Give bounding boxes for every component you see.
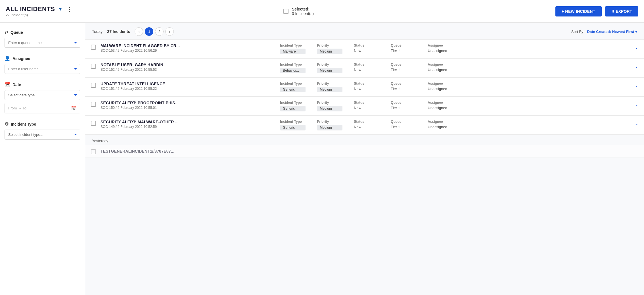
export-button[interactable]: ⬇ EXPORT bbox=[605, 6, 638, 16]
row-checkbox-4[interactable] bbox=[91, 121, 96, 126]
table-row[interactable]: MALWARE INCIDENT FLAGGED BY CR... SOC-15… bbox=[85, 40, 644, 59]
incident-type-select[interactable]: Select incident type... bbox=[5, 130, 80, 140]
row-checkbox-0[interactable] bbox=[91, 45, 96, 50]
incident-type-filter-section: ⚙ Incident Type Select incident type... bbox=[5, 121, 80, 140]
meta-assignee-3: Assignee Unassigned bbox=[428, 101, 453, 110]
page-2-button[interactable]: 2 bbox=[155, 27, 164, 36]
expand-icon-1[interactable]: ⌄ bbox=[635, 64, 638, 69]
meta-queue-2: Queue Tier 1 bbox=[391, 82, 416, 91]
meta-type-2: Incident Type Generic bbox=[280, 82, 306, 92]
partial-incident-row[interactable]: TESTGENERALINCIDENT1//3787E87... bbox=[85, 145, 644, 157]
yesterday-label: Yesterday bbox=[85, 135, 644, 145]
meta-type-0: Incident Type Malware bbox=[280, 43, 306, 54]
incident-sub-1: SOC-152 / 2 February 2022 10:55:53 bbox=[101, 68, 275, 72]
date-filter-section: 📅 Date Select date type... From → To 📅 bbox=[5, 82, 80, 113]
sort-chevron-icon: ▾ bbox=[635, 30, 637, 34]
partial-incident-title: TESTGENERALINCIDENT1//3787E87... bbox=[101, 149, 174, 153]
more-options-icon[interactable]: ⋮ bbox=[67, 6, 72, 13]
assignee-filter-label: 👤 Assignee bbox=[5, 56, 80, 61]
meta-priority-0: Priority Medium bbox=[317, 43, 342, 54]
queue-filter-section: ⇄ Queue Enter a queue name bbox=[5, 30, 80, 48]
incident-sub-4: SOC-149 / 2 February 2022 10:52:59 bbox=[101, 125, 275, 129]
incident-sub-2: SOC-151 / 2 February 2022 10:55:22 bbox=[101, 87, 275, 91]
meta-assignee-2: Assignee Unassigned bbox=[428, 82, 453, 91]
date-icon: 📅 bbox=[5, 82, 10, 87]
meta-queue-3: Queue Tier 1 bbox=[391, 101, 416, 110]
today-label: Today bbox=[92, 29, 103, 34]
table-row[interactable]: NOTABLE USER: GARY HARDIN SOC-152 / 2 Fe… bbox=[85, 59, 644, 78]
calendar-icon: 📅 bbox=[71, 105, 77, 111]
incident-panel: Today 27 Incidents ‹ 1 2 › Sort By : Dat… bbox=[85, 23, 644, 295]
queue-select[interactable]: Enter a queue name bbox=[5, 38, 80, 48]
selected-info: Selected: 0 Incident(s) bbox=[292, 7, 314, 16]
assignee-input[interactable] bbox=[5, 64, 80, 74]
queue-filter-label: ⇄ Queue bbox=[5, 30, 80, 35]
meta-assignee-4: Assignee Unassigned bbox=[428, 120, 453, 129]
meta-status-2: Status New bbox=[354, 82, 379, 91]
incident-main-2: UPDATE THREAT INTELLIGENCE SOC-151 / 2 F… bbox=[101, 82, 275, 91]
meta-queue-1: Queue Tier 1 bbox=[391, 63, 416, 72]
sort-label: Sort By : bbox=[571, 30, 586, 34]
date-filter-label: 📅 Date bbox=[5, 82, 80, 87]
incident-meta-2: Incident Type Generic Priority Medium St… bbox=[280, 82, 630, 92]
incident-sub-3: SOC-150 / 2 February 2022 10:55:01 bbox=[101, 106, 275, 110]
incident-type-label-text: Incident Type bbox=[11, 122, 36, 126]
assignee-icon: 👤 bbox=[5, 56, 10, 61]
header-left: ALL INCIDENTS ▾ ⋮ 27 incident(s) bbox=[6, 5, 278, 17]
row-checkbox-2[interactable] bbox=[91, 83, 96, 88]
table-row[interactable]: SECURITY ALERT: MALWARE-OTHER ... SOC-14… bbox=[85, 116, 644, 135]
meta-status-3: Status New bbox=[354, 101, 379, 110]
meta-type-1: Incident Type Behavior... bbox=[280, 63, 306, 73]
selected-label: Selected: bbox=[292, 7, 314, 11]
queue-icon: ⇄ bbox=[5, 30, 8, 35]
incident-main-1: NOTABLE USER: GARY HARDIN SOC-152 / 2 Fe… bbox=[101, 63, 275, 72]
meta-queue-0: Queue Tier 1 bbox=[391, 43, 416, 53]
next-page-button[interactable]: › bbox=[165, 27, 174, 36]
new-incident-button[interactable]: + NEW INCIDENT bbox=[555, 6, 602, 16]
table-row[interactable]: SECURITY ALERT: PROOFPOINT PHIS... SOC-1… bbox=[85, 97, 644, 116]
meta-type-3: Incident Type Generic bbox=[280, 101, 306, 111]
incident-title-1: NOTABLE USER: GARY HARDIN bbox=[101, 63, 197, 67]
meta-priority-3: Priority Medium bbox=[317, 101, 342, 111]
expand-icon-4[interactable]: ⌄ bbox=[635, 121, 638, 126]
app-layout: ALL INCIDENTS ▾ ⋮ 27 incident(s) Selecte… bbox=[0, 0, 644, 295]
pagination: ‹ 1 2 › bbox=[135, 27, 174, 36]
date-range-input[interactable]: From → To 📅 bbox=[5, 103, 80, 113]
table-row[interactable]: UPDATE THREAT INTELLIGENCE SOC-151 / 2 F… bbox=[85, 78, 644, 97]
sort-value[interactable]: Date Created: Newest First ▾ bbox=[587, 30, 637, 34]
incident-count: 27 incident(s) bbox=[6, 13, 72, 17]
chevron-down-icon[interactable]: ▾ bbox=[59, 6, 62, 12]
page-1-button[interactable]: 1 bbox=[145, 27, 153, 36]
incident-title-2: UPDATE THREAT INTELLIGENCE bbox=[101, 82, 197, 86]
incident-title-4: SECURITY ALERT: MALWARE-OTHER ... bbox=[101, 120, 197, 124]
meta-assignee-0: Assignee Unassigned bbox=[428, 43, 453, 53]
row-checkbox-1[interactable] bbox=[91, 64, 96, 69]
meta-assignee-1: Assignee Unassigned bbox=[428, 63, 453, 72]
incident-meta-0: Incident Type Malware Priority Medium St… bbox=[280, 43, 630, 54]
sidebar: ⇄ Queue Enter a queue name 👤 Assignee 📅 bbox=[0, 23, 85, 295]
meta-status-4: Status New bbox=[354, 120, 379, 129]
partial-row-checkbox[interactable] bbox=[91, 149, 96, 154]
incident-main-3: SECURITY ALERT: PROOFPOINT PHIS... SOC-1… bbox=[101, 101, 275, 110]
assignee-filter-section: 👤 Assignee bbox=[5, 56, 80, 74]
incident-type-filter-label: ⚙ Incident Type bbox=[5, 121, 80, 127]
select-all-checkbox[interactable] bbox=[283, 9, 288, 14]
incident-meta-4: Incident Type Generic Priority Medium St… bbox=[280, 120, 630, 130]
assignee-label-text: Assignee bbox=[12, 56, 30, 61]
date-type-select[interactable]: Select date type... bbox=[5, 90, 80, 100]
date-label-text: Date bbox=[12, 82, 21, 87]
list-header-left: Today 27 Incidents ‹ 1 2 › bbox=[92, 27, 174, 36]
incident-title-3: SECURITY ALERT: PROOFPOINT PHIS... bbox=[101, 101, 197, 105]
expand-icon-0[interactable]: ⌄ bbox=[635, 45, 638, 50]
incidents-count: 27 Incidents bbox=[107, 29, 130, 34]
expand-icon-2[interactable]: ⌄ bbox=[635, 83, 638, 88]
meta-status-1: Status New bbox=[354, 63, 379, 72]
top-header: ALL INCIDENTS ▾ ⋮ 27 incident(s) Selecte… bbox=[0, 0, 644, 23]
incident-meta-3: Incident Type Generic Priority Medium St… bbox=[280, 101, 630, 111]
incident-main-4: SECURITY ALERT: MALWARE-OTHER ... SOC-14… bbox=[101, 120, 275, 129]
row-checkbox-3[interactable] bbox=[91, 102, 96, 107]
prev-page-button[interactable]: ‹ bbox=[135, 27, 143, 36]
meta-type-4: Incident Type Generic bbox=[280, 120, 306, 130]
expand-icon-3[interactable]: ⌄ bbox=[635, 102, 638, 107]
main-content: ⇄ Queue Enter a queue name 👤 Assignee 📅 bbox=[0, 23, 644, 295]
